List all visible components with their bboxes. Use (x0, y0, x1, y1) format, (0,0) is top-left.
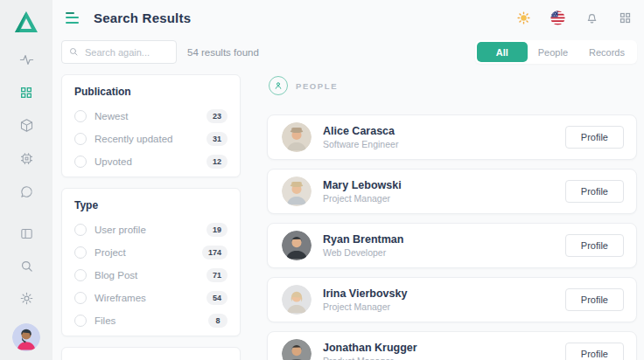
filter-card-publication: Publication Newest 23 Recently updated 3… (61, 74, 241, 177)
search-icon (68, 46, 79, 57)
page-title: Search Results (94, 10, 191, 25)
radio-button[interactable] (74, 156, 87, 168)
person-avatar (282, 285, 312, 315)
radio-button[interactable] (74, 315, 87, 327)
profile-button[interactable]: Profile (565, 288, 624, 311)
person-meta: Alice Carasca Software Engineer (323, 125, 398, 149)
filter-panel: Publication Newest 23 Recently updated 3… (61, 74, 241, 360)
filter-label: Upvoted (94, 156, 132, 167)
chat-icon[interactable] (19, 184, 34, 199)
person-card: Irina Vierbovsky Project Manager Profile (267, 277, 637, 322)
person-meta: Ryan Brentman Web Developer (323, 233, 403, 258)
section-label: PEOPLE (296, 81, 338, 91)
person-card: Jonathan Krugger Product Manager Profile (267, 331, 637, 360)
filter-option[interactable]: Upvoted 12 (74, 150, 228, 173)
person-avatar (282, 339, 312, 360)
radio-button[interactable] (74, 292, 87, 304)
filter-label: Recently updated (94, 134, 173, 144)
filter-option[interactable]: Recently updated 31 (74, 128, 228, 150)
count-badge: 174 (202, 246, 228, 260)
person-meta: Irina Vierbovsky Project Manager (323, 287, 407, 312)
count-badge: 71 (206, 268, 228, 282)
dashboard-grid-icon[interactable] (19, 86, 33, 100)
search-icon[interactable] (19, 259, 34, 273)
cube-icon[interactable] (19, 118, 34, 133)
tab-records[interactable]: Records (578, 42, 635, 62)
profile-button[interactable]: Profile (565, 126, 624, 149)
logo-triangle[interactable] (14, 10, 38, 33)
sidebar (0, 0, 52, 360)
person-meta: Jonathan Krugger Product Manager (323, 342, 417, 360)
filter-option[interactable]: User profile 19 (74, 218, 228, 241)
person-name: Ryan Brentman (323, 233, 403, 246)
app-window: Search Results (0, 0, 644, 360)
person-name: Jonathan Krugger (323, 342, 417, 354)
person-avatar (282, 177, 312, 206)
person-role: Software Engineer (323, 139, 398, 149)
person-icon (269, 76, 288, 95)
profile-button[interactable]: Profile (565, 343, 624, 360)
content: Publication Newest 23 Recently updated 3… (52, 64, 644, 360)
person-avatar (282, 231, 312, 260)
results-count: 54 results found (187, 47, 259, 58)
filter-label: Wireframes (94, 293, 146, 303)
filter-option[interactable]: Newest 23 (74, 105, 228, 128)
tab-people[interactable]: People (528, 42, 578, 62)
apps-grid-icon[interactable] (619, 11, 632, 24)
sidebar-nav (19, 52, 34, 199)
profile-button[interactable]: Profile (565, 234, 624, 257)
person-role: Project Manager (323, 193, 402, 204)
filter-title: Publication (74, 86, 228, 98)
filter-label: Newest (94, 111, 128, 121)
sidebar-bottom (12, 226, 40, 360)
person-name: Mary Lebowski (323, 179, 402, 191)
person-card: Mary Lebowski Project Manager Profile (267, 169, 637, 214)
filter-label: User profile (94, 225, 146, 235)
layout-icon[interactable] (19, 226, 34, 241)
chip-icon[interactable] (19, 151, 34, 166)
person-name: Alice Carasca (323, 125, 398, 137)
user-avatar[interactable] (12, 323, 40, 351)
person-role: Project Manager (323, 301, 407, 312)
count-badge: 54 (206, 291, 228, 305)
notifications-bell-icon[interactable] (584, 10, 599, 25)
results-panel: PEOPLE Alice Carasca Software Engineer P… (267, 74, 637, 360)
theme-sun-icon[interactable] (516, 10, 531, 25)
person-avatar (282, 122, 312, 152)
radio-button[interactable] (74, 269, 87, 281)
people-section-header: PEOPLE (267, 74, 637, 104)
search-box (61, 40, 177, 64)
radio-button[interactable] (74, 246, 87, 259)
filter-label: Blog Post (94, 270, 137, 280)
tab-group: All People Records (475, 40, 637, 64)
count-badge: 12 (206, 155, 228, 169)
settings-gear-icon[interactable] (19, 291, 34, 306)
filter-label: Files (94, 315, 116, 326)
filter-title: Type (74, 199, 228, 211)
filter-card-type: Type User profile 19 Project 174 Blog Po… (61, 188, 241, 336)
count-badge: 8 (208, 314, 228, 328)
radio-button[interactable] (74, 224, 87, 236)
activity-icon[interactable] (19, 52, 34, 67)
count-badge: 31 (206, 132, 228, 146)
profile-button[interactable]: Profile (565, 180, 624, 203)
header: Search Results (52, 0, 644, 35)
filter-card-topics: Topics Engineering 45 (61, 347, 241, 360)
toolbar: 54 results found All People Records (52, 35, 644, 64)
filter-label: Project (94, 247, 126, 258)
radio-button[interactable] (74, 133, 87, 145)
filter-option[interactable]: Project 174 (74, 241, 228, 264)
filter-option[interactable]: Blog Post 71 (74, 264, 228, 287)
filter-option[interactable]: Wireframes 54 (74, 287, 228, 309)
filter-option[interactable]: Files 8 (74, 309, 228, 332)
header-actions (516, 10, 632, 25)
person-card: Ryan Brentman Web Developer Profile (267, 223, 637, 268)
radio-button[interactable] (74, 110, 87, 122)
menu-icon[interactable] (63, 10, 81, 26)
us-flag-icon[interactable] (550, 10, 565, 25)
tab-all[interactable]: All (477, 42, 528, 62)
person-role: Product Manager (323, 356, 417, 360)
count-badge: 19 (206, 223, 228, 237)
person-role: Web Developer (323, 247, 403, 258)
count-badge: 23 (206, 109, 228, 123)
